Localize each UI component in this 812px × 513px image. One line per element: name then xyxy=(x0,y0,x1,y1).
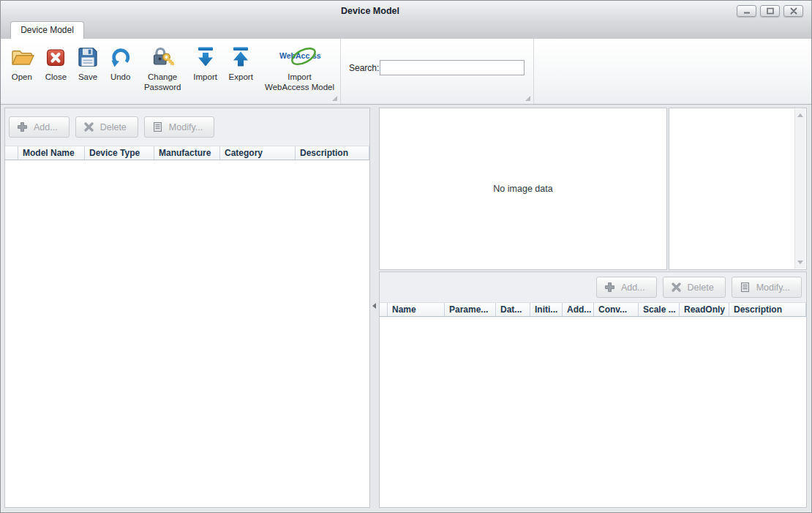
parameter-add-button[interactable]: Add... xyxy=(596,277,657,298)
button-label: Delete xyxy=(688,282,714,293)
column-header-description[interactable]: Description xyxy=(296,146,369,160)
plus-icon xyxy=(17,121,28,132)
ribbon-button-export[interactable]: Export xyxy=(224,42,257,83)
row-selector-column xyxy=(5,146,18,160)
close-x-icon xyxy=(44,43,67,71)
device-model-panel: Add... Delete Modify... Model Name Devic… xyxy=(4,108,370,508)
ribbon-button-open[interactable]: Open xyxy=(5,42,39,83)
ribbon-group-file: Open Close xyxy=(1,39,341,104)
ribbon-button-label: Import xyxy=(193,72,217,82)
window-controls xyxy=(737,5,803,17)
vertical-scrollbar[interactable] xyxy=(794,109,805,269)
button-label: Modify... xyxy=(169,122,203,132)
parameter-toolbar: Add... Delete Modify... xyxy=(380,272,806,302)
maximize-icon xyxy=(766,7,775,15)
minimize-icon xyxy=(743,7,751,15)
no-image-text: No image data xyxy=(493,184,552,194)
ribbon-button-import-webaccess-model[interactable]: WebAcc ss Import WebAccess Model xyxy=(259,42,340,94)
titlebar[interactable]: Device Model xyxy=(1,1,811,39)
undo-arrow-icon xyxy=(108,43,133,71)
model-table-header: Model Name Device Type Manufacture Categ… xyxy=(5,146,369,160)
tab-device-model[interactable]: Device Model xyxy=(10,21,84,39)
image-list-panel xyxy=(669,108,807,270)
splitter-collapse-arrow[interactable] xyxy=(372,303,376,309)
column-header-scale[interactable]: Scale ... xyxy=(639,303,680,316)
ribbon: Open Close xyxy=(1,39,811,105)
floppy-disk-icon xyxy=(77,43,99,71)
ribbon-button-label: Undo xyxy=(110,72,131,82)
model-toolbar: Add... Delete Modify... xyxy=(5,108,369,146)
import-icon xyxy=(194,43,217,71)
modify-icon xyxy=(740,282,751,293)
close-button[interactable] xyxy=(783,5,803,17)
button-label: Add... xyxy=(621,282,645,293)
plus-icon xyxy=(604,282,615,293)
maximize-button[interactable] xyxy=(760,5,780,17)
image-preview-area: No image data xyxy=(379,108,667,270)
delete-x-icon xyxy=(83,121,94,132)
column-header-address[interactable]: Add... xyxy=(563,303,594,316)
row-selector-column xyxy=(380,303,388,316)
window-title: Device Model xyxy=(1,6,740,16)
ribbon-button-label: Import WebAccess Model xyxy=(265,72,334,92)
parameter-modify-button[interactable]: Modify... xyxy=(732,277,802,298)
modify-icon xyxy=(152,121,163,132)
model-delete-button[interactable]: Delete xyxy=(75,116,138,138)
button-label: Modify... xyxy=(756,282,790,293)
webaccess-logo-icon: WebAcc ss xyxy=(277,43,323,71)
column-header-readonly[interactable]: ReadOnly xyxy=(680,303,729,316)
group-resize-grip[interactable] xyxy=(525,96,530,101)
search-input[interactable] xyxy=(380,60,525,75)
app-window: Device Model Device Model xyxy=(0,0,812,513)
column-header-description[interactable]: Description xyxy=(729,303,806,316)
ribbon-button-label: Export xyxy=(229,72,253,82)
column-header-name[interactable]: Name xyxy=(388,303,445,316)
group-resize-grip[interactable] xyxy=(332,96,337,101)
model-table-body[interactable] xyxy=(5,160,369,507)
folder-open-icon xyxy=(9,43,35,71)
ribbon-button-label: Save xyxy=(78,72,97,82)
model-add-button[interactable]: Add... xyxy=(9,116,69,138)
lock-key-icon xyxy=(150,43,175,71)
column-header-parameter[interactable]: Parame... xyxy=(445,303,496,316)
column-header-conversion[interactable]: Conv... xyxy=(594,303,639,316)
ribbon-button-label: Open xyxy=(12,72,32,82)
parameter-delete-button[interactable]: Delete xyxy=(663,277,726,298)
ribbon-group-search: Search: xyxy=(341,39,534,104)
scroll-up-icon[interactable] xyxy=(797,113,803,117)
button-label: Add... xyxy=(34,122,58,132)
delete-x-icon xyxy=(671,282,682,293)
column-header-model-name[interactable]: Model Name xyxy=(18,146,85,160)
parameter-table-header: Name Parame... Dat... Initi... Add... Co… xyxy=(380,302,806,317)
ribbon-button-change-password[interactable]: Change Password xyxy=(138,42,186,94)
ribbon-button-save[interactable]: Save xyxy=(73,42,102,83)
export-icon xyxy=(229,43,252,71)
parameter-panel: Add... Delete Modify... Name Parame... D… xyxy=(379,272,807,508)
model-modify-button[interactable]: Modify... xyxy=(144,116,214,138)
scroll-down-icon[interactable] xyxy=(797,261,803,264)
column-header-manufacture[interactable]: Manufacture xyxy=(154,146,220,160)
column-header-data[interactable]: Dat... xyxy=(496,303,530,316)
button-label: Delete xyxy=(100,122,127,132)
ribbon-button-label: Close xyxy=(45,72,67,82)
ribbon-button-import[interactable]: Import xyxy=(188,42,223,83)
column-header-category[interactable]: Category xyxy=(220,146,296,160)
column-header-initial[interactable]: Initi... xyxy=(530,303,563,316)
search-label: Search: xyxy=(349,63,379,73)
ribbon-button-close[interactable]: Close xyxy=(40,42,72,83)
minimize-button[interactable] xyxy=(737,5,756,17)
ribbon-button-label: Change Password xyxy=(144,72,181,92)
ribbon-button-undo[interactable]: Undo xyxy=(104,42,138,83)
close-icon xyxy=(789,7,798,15)
parameter-table-body[interactable] xyxy=(380,317,806,507)
column-header-device-type[interactable]: Device Type xyxy=(85,146,154,160)
